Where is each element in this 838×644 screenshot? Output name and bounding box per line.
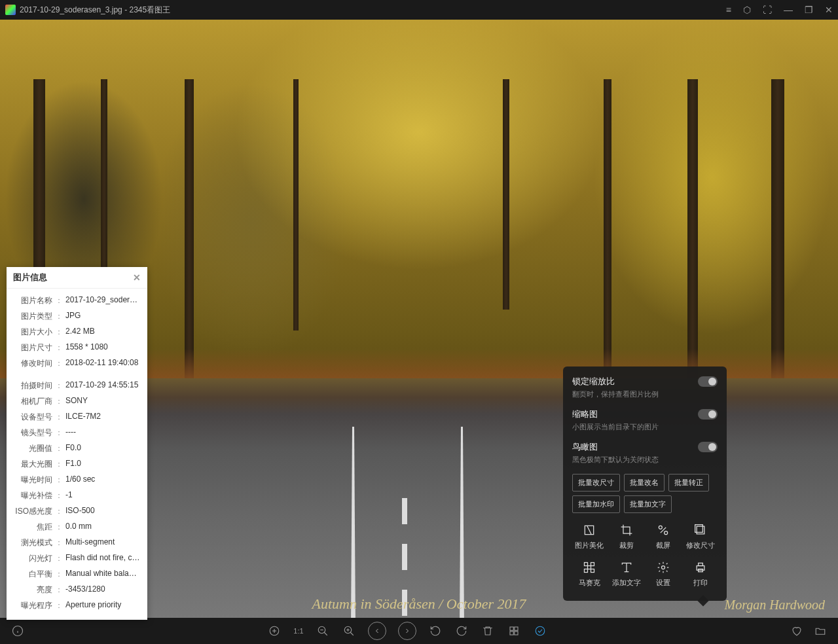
toggle-switch[interactable]: [698, 409, 718, 420]
tool-label: 打印: [693, 578, 708, 588]
info-row: 修改时间：2018-02-11 19:40:08: [13, 355, 141, 371]
info-value: 2018-02-11 19:40:08: [65, 358, 141, 369]
info-label: 闪光灯: [13, 553, 52, 564]
setting-title: 锁定缩放比: [572, 376, 615, 387]
batch-button[interactable]: 批量转正: [668, 474, 709, 492]
image-info-panel: 图片信息 ✕ 图片名称：2017-10-29_soderasen_3图片类型：J…: [7, 267, 147, 620]
more-icon[interactable]: [507, 624, 521, 638]
tool-label: 马赛克: [579, 578, 600, 588]
batch-button[interactable]: 批量改尺寸: [572, 474, 620, 492]
setting-title: 鸟瞰图: [572, 441, 598, 453]
info-value: 2.42 MB: [65, 327, 141, 338]
info-value: -1: [65, 490, 141, 501]
folder-icon[interactable]: [813, 624, 828, 638]
tool-label: 添加文字: [612, 578, 641, 588]
delete-icon[interactable]: [481, 624, 495, 638]
info-row: 最大光圈：F1.0: [13, 456, 141, 472]
svg-rect-31: [514, 632, 517, 635]
info-rows-exif: 拍摄时间：2017-10-29 14:55:15相机厂商：SONY设备型号：IL…: [13, 378, 141, 613]
svg-rect-4: [697, 526, 704, 534]
info-row: 光圈值：F0.0: [13, 440, 141, 456]
settings-panel: 锁定缩放比翻页时，保持查看图片比例缩略图小图展示当前目录下的图片鸟瞰图黑色极简下…: [563, 367, 727, 601]
svg-line-25: [350, 632, 354, 635]
svg-rect-12: [697, 566, 704, 571]
tool-截屏[interactable]: 截屏: [646, 520, 681, 554]
settings-groups: 锁定缩放比翻页时，保持查看图片比例缩略图小图展示当前目录下的图片鸟瞰图黑色极简下…: [572, 376, 718, 465]
info-value: 0.0 mm: [65, 522, 141, 533]
svg-rect-29: [514, 627, 517, 630]
prev-image-button[interactable]: [368, 622, 386, 640]
setting-group: 锁定缩放比翻页时，保持查看图片比例: [572, 376, 718, 399]
tool-裁剪[interactable]: 裁剪: [610, 520, 644, 554]
info-row: 焦距：0.0 mm: [13, 519, 141, 535]
tool-添加文字[interactable]: 添加文字: [610, 557, 644, 592]
svg-point-2: [665, 531, 668, 535]
zoom-out-icon[interactable]: [316, 624, 330, 638]
info-row: 曝光时间：1/60 sec: [13, 472, 141, 488]
info-value: 2017-10-29 14:55:15: [65, 380, 141, 391]
info-icon[interactable]: [10, 624, 25, 638]
batch-buttons: 批量改尺寸批量改名批量转正批量加水印批量加文字: [572, 474, 718, 513]
setting-group: 缩略图小图展示当前目录下的图片: [572, 408, 718, 432]
svg-point-1: [659, 526, 663, 529]
tool-grid: 图片美化裁剪截屏修改尺寸马赛克添加文字设置打印: [572, 520, 718, 592]
window-title: 2017-10-29_soderasen_3.jpg - 2345看图王: [20, 5, 726, 16]
info-row: 设备型号：ILCE-7M2: [13, 409, 141, 425]
info-label: 曝光程序: [13, 600, 52, 611]
photo-signature: Morgan Hardwood: [724, 598, 825, 613]
info-value: -3453/1280: [65, 584, 141, 596]
minimize-icon[interactable]: —: [784, 5, 793, 15]
info-label: 图片类型: [13, 311, 52, 322]
info-label: 修改时间: [13, 358, 52, 369]
info-value: ILCE-7M2: [65, 412, 141, 423]
info-label: 亮度: [13, 584, 52, 596]
info-value: SONY: [65, 396, 141, 407]
tool-修改尺寸[interactable]: 修改尺寸: [683, 520, 718, 554]
tool-打印[interactable]: 打印: [683, 557, 718, 592]
info-value: ISO-500: [65, 506, 141, 517]
info-row: 曝光程序：Aperture priority: [13, 598, 141, 613]
info-label: 图片大小: [13, 327, 52, 338]
setting-desc: 黑色极简下默认为关闭状态: [572, 455, 718, 465]
menu-icon[interactable]: ≡: [726, 5, 731, 15]
fit-window-icon[interactable]: [267, 624, 282, 638]
tool-马赛克[interactable]: 马赛克: [572, 557, 607, 592]
info-row: 测光模式：Multi-segment: [13, 535, 141, 550]
svg-line-22: [324, 632, 327, 635]
info-panel-close-icon[interactable]: ✕: [133, 272, 141, 283]
settings-toggle-icon[interactable]: [533, 624, 547, 638]
info-value: Manual white balance: [65, 569, 141, 580]
info-row: 图片类型：JPG: [13, 308, 141, 324]
tool-图片美化[interactable]: 图片美化: [572, 520, 607, 554]
info-row: 镜头型号：----: [13, 425, 141, 440]
svg-line-3: [661, 528, 666, 533]
info-row: 相机厂商：SONY: [13, 393, 141, 409]
info-rows-basic: 图片名称：2017-10-29_soderasen_3图片类型：JPG图片大小：…: [13, 293, 141, 371]
svg-point-11: [662, 566, 665, 569]
batch-button[interactable]: 批量加文字: [624, 495, 672, 513]
toggle-switch[interactable]: [698, 442, 718, 452]
favorite-icon[interactable]: [790, 624, 804, 638]
rotate-right-icon[interactable]: [454, 624, 469, 638]
info-row: 图片名称：2017-10-29_soderasen_3: [13, 293, 141, 308]
maximize-icon[interactable]: ❐: [805, 5, 813, 15]
tool-label: 修改尺寸: [686, 541, 715, 550]
info-row: 图片大小：2.42 MB: [13, 324, 141, 340]
svg-rect-13: [698, 563, 702, 565]
pin-icon[interactable]: ⬡: [743, 5, 751, 15]
info-panel-body: 图片名称：2017-10-29_soderasen_3图片类型：JPG图片大小：…: [7, 289, 147, 620]
fullscreen-icon[interactable]: ⛶: [763, 5, 772, 15]
close-icon[interactable]: ✕: [825, 5, 833, 15]
batch-button[interactable]: 批量加水印: [572, 495, 620, 513]
batch-button[interactable]: 批量改名: [624, 474, 665, 492]
next-image-button[interactable]: [398, 622, 416, 640]
info-label: 测光模式: [13, 537, 52, 548]
zoom-in-icon[interactable]: [342, 624, 356, 638]
info-row: 曝光补偿：-1: [13, 488, 141, 503]
info-value: Flash did not fire, compul...: [65, 553, 141, 564]
actual-size-button[interactable]: 1:1: [293, 627, 303, 635]
toggle-switch[interactable]: [698, 376, 718, 387]
rotate-left-icon[interactable]: [428, 624, 443, 638]
tool-设置[interactable]: 设置: [646, 557, 681, 592]
info-value: Aperture priority: [65, 600, 141, 611]
